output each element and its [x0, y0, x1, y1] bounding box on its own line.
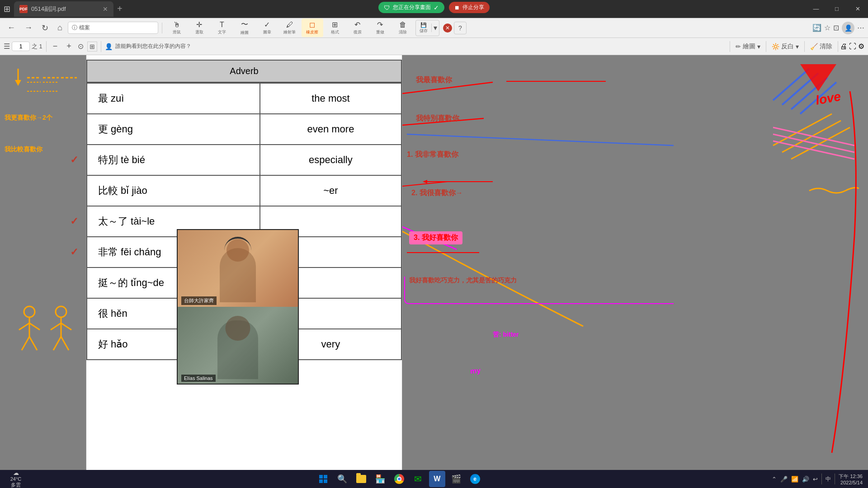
svg-rect-44 — [324, 479, 327, 483]
clear-tool[interactable]: 🗑 清除 — [392, 19, 414, 37]
save-dropdown-icon[interactable]: ▾ — [431, 23, 439, 32]
select-tool[interactable]: ✛ 選取 — [189, 19, 210, 37]
volume-icon[interactable]: 🔊 — [802, 476, 809, 483]
eraser-tool[interactable]: ◻ 橡皮擦 — [302, 19, 323, 37]
clear-label: 清除 — [399, 29, 407, 35]
right-annotation-my: my — [470, 366, 481, 375]
zoom-fit-button[interactable]: ⊙ — [78, 42, 84, 51]
video-button[interactable]: 🎬 — [448, 471, 464, 487]
browser-chrome: ⊞ PDF 0514副詞.pdf ✕ + 🛡 您正在分享畫面 ✓ ⏹ 停止分享 … — [0, 0, 868, 18]
divider6 — [838, 41, 838, 52]
close-button[interactable]: ✕ — [847, 0, 868, 18]
checkmark: ✓ — [70, 154, 78, 166]
refresh-icon[interactable]: 🔄 — [812, 23, 821, 32]
headphone — [224, 237, 251, 250]
zoom-in-button[interactable]: + — [64, 41, 74, 52]
taskbar-right: ⌃ 🎤 📶 🔊 ↩ 中 下午 12:36 2022/5/14 — [766, 473, 868, 485]
svg-marker-40 — [423, 180, 427, 183]
file-explorer-button[interactable] — [353, 471, 369, 487]
save-button[interactable]: 💾 儲存 — [416, 20, 431, 36]
fit-page-button[interactable]: ⊞ — [87, 42, 97, 52]
undo-tool[interactable]: ↶ 復原 — [347, 19, 368, 37]
highlight-button[interactable]: 🔆 反白 ▾ — [768, 41, 802, 52]
language-indicator[interactable]: 中 — [826, 475, 831, 483]
star-icon[interactable]: ☆ — [824, 23, 830, 32]
edge-button[interactable]: e — [467, 471, 483, 487]
address-bar[interactable]: ⓘ 檔案 — [68, 22, 158, 34]
right-annotation-3: 1. 我非常喜歡你 — [407, 150, 458, 160]
back-button[interactable]: ← — [4, 21, 19, 34]
stamp-tool[interactable]: ✓ 圖章 — [256, 19, 278, 37]
close-red-button[interactable]: ✕ — [443, 23, 452, 33]
stop-sharing-button[interactable]: ⏹ 停止分享 — [449, 2, 490, 13]
checkmark: ✓ — [70, 216, 78, 227]
draw-label: 繪圖 — [743, 42, 755, 51]
fullscreen-button[interactable]: ⛶ — [849, 42, 856, 51]
more-icon[interactable]: ⋯ — [857, 23, 864, 32]
tool-group: 🖱 滑鼠 ✛ 選取 T 文字 〜 繪圖 ✓ 圖章 🖊 繪射筆 ◻ 橡皮擦 ⊞ — [166, 18, 414, 38]
share-info-row: 👤 誰能夠看到您在此分享的內容？ — [105, 42, 191, 50]
right-annotation-bitter: 苦: bitter — [493, 331, 519, 339]
chinese-cell: 比較 bǐ jiào — [87, 175, 260, 206]
redo-tool[interactable]: ↷ 重做 — [369, 19, 391, 37]
zoom-out-button[interactable]: − — [50, 41, 61, 52]
maximize-button[interactable]: □ — [826, 0, 847, 18]
top-right-icons: 🔄 ☆ ⊡ 👤 ⋯ — [812, 22, 864, 34]
format-tool[interactable]: ⊞ 格式 — [324, 19, 346, 37]
pen-tool[interactable]: 🖊 繪射筆 — [279, 19, 301, 37]
right-annotation-5: 3. 我好喜歡你 — [409, 231, 462, 244]
weather-desc: 多雲 — [11, 482, 21, 488]
save-button-group[interactable]: 💾 儲存 ▾ — [415, 20, 439, 36]
menu-button[interactable]: ☰ — [4, 42, 10, 51]
wifi-icon[interactable]: 📶 — [791, 476, 798, 483]
tab-title: 0514副詞.pdf — [31, 5, 66, 13]
save-icon: 💾 — [420, 22, 427, 28]
right-toolbar-row2: ✏ 繪圖 ▾ 🔆 反白 ▾ 🧹 清除 🖨 ⛶ ⚙ — [730, 41, 864, 52]
eraser-label: 橡皮擦 — [306, 29, 318, 35]
tray-divider — [821, 474, 822, 484]
line-button[interactable]: ✉ — [410, 471, 426, 487]
eraser-icon: ◻ — [309, 20, 315, 29]
mouse-tool[interactable]: 🖱 滑鼠 — [166, 19, 188, 37]
minimize-button[interactable]: — — [806, 0, 826, 18]
forward-button[interactable]: → — [21, 21, 36, 34]
draw-mode-button[interactable]: ✏ 繪圖 ▾ — [732, 41, 764, 52]
right-annotation-2: 我特別喜歡你 — [416, 114, 459, 123]
chrome-button[interactable] — [391, 471, 407, 487]
page-view-icon[interactable]: ⊞ — [4, 4, 10, 14]
page-nav: ☰ 之 1 — [4, 42, 42, 51]
taskbar-time: 下午 12:36 — [839, 473, 863, 480]
main-area: 我更喜歡你→2个 我比較喜歡你 Adverb — [0, 55, 868, 470]
profile-icon[interactable]: 👤 — [842, 22, 854, 34]
refresh-button[interactable]: ↻ — [38, 21, 52, 35]
chinese-cell: ✓ 特別 tè bié — [87, 145, 260, 175]
home-button[interactable]: ⌂ — [54, 21, 66, 34]
page-number-input[interactable] — [12, 42, 30, 51]
sharing-status: 🛡 您正在分享畫面 ✓ — [378, 2, 444, 13]
tab-close-button[interactable]: ✕ — [103, 5, 108, 13]
new-tab-button[interactable]: + — [117, 4, 123, 14]
search-button[interactable]: 🔍 — [334, 471, 350, 487]
undo-tray-icon[interactable]: ↩ — [813, 476, 818, 483]
mic-icon[interactable]: 🎤 — [780, 476, 788, 483]
print-button[interactable]: 🖨 — [840, 42, 847, 51]
webcam-top: 台師大許家齊 — [178, 230, 298, 307]
svg-line-27 — [773, 69, 809, 100]
text-label: 文字 — [218, 29, 226, 35]
help-button[interactable]: ? — [454, 22, 467, 34]
browser-tab[interactable]: PDF 0514副詞.pdf ✕ — [14, 1, 113, 17]
svg-line-14 — [29, 337, 37, 350]
draw-tool[interactable]: 〜 繪圖 — [234, 18, 255, 38]
word-button[interactable]: W — [429, 471, 445, 487]
erase-button[interactable]: 🧹 清除 — [807, 41, 836, 52]
start-button[interactable] — [315, 471, 331, 487]
share-icon[interactable]: ⊡ — [833, 23, 839, 32]
settings-button[interactable]: ⚙ — [858, 42, 864, 51]
stick-figures-svg — [9, 298, 81, 380]
person-head-bottom — [226, 316, 250, 341]
tab-pdf-icon: PDF — [19, 5, 28, 13]
svg-line-19 — [53, 337, 61, 350]
store-button[interactable]: 🏪 — [372, 471, 388, 487]
tray-up-arrow[interactable]: ⌃ — [772, 476, 777, 483]
text-tool[interactable]: T 文字 — [211, 19, 233, 37]
